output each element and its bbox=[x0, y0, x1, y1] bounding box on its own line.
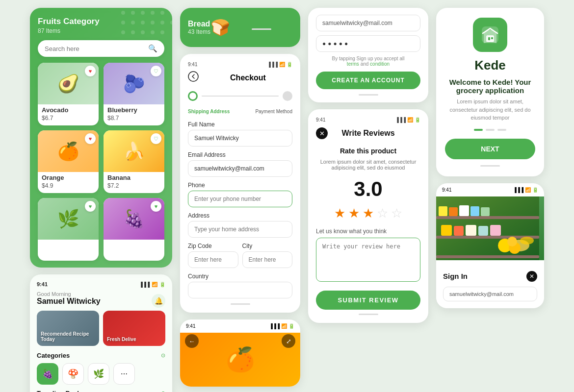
fruit-item-orange[interactable]: 🍊 ♥ Orange $4.9 bbox=[38, 130, 99, 193]
fruit-price-avocado: $6.7 bbox=[38, 114, 99, 125]
star-4[interactable]: ☆ bbox=[377, 206, 388, 221]
fruit-item-banana[interactable]: 🍌 ♡ Banana $7.2 bbox=[104, 130, 164, 193]
city-label: City bbox=[242, 243, 293, 249]
checkout-signal: ▐▐▐ bbox=[267, 62, 278, 67]
svg-rect-40 bbox=[466, 225, 476, 236]
dot-2 bbox=[486, 129, 495, 131]
fruit-item-blueberry[interactable]: 🫐 ♡ Blueberry $8.7 bbox=[104, 63, 164, 125]
promo-label-recipe: Recomended Recipe Today bbox=[41, 331, 95, 342]
back-button[interactable] bbox=[188, 71, 199, 84]
review-status-icons: ▐▐▐ 📶 🔋 bbox=[395, 117, 420, 122]
category-icon-mushroom[interactable]: 🍄 bbox=[62, 363, 84, 385]
orange-signal: ▐▐▐ bbox=[269, 323, 280, 329]
checkout-card: 9:41 ▐▐▐ 📶 🔋 Checkout Shipping Address bbox=[180, 54, 300, 313]
scroll-indicator-checkout bbox=[231, 303, 250, 305]
address-input[interactable] bbox=[188, 221, 292, 238]
see-all-button[interactable]: ⊙ bbox=[161, 352, 165, 359]
scroll-indicator bbox=[252, 28, 271, 30]
heart-filled-icon-4: ♥ bbox=[155, 203, 158, 209]
full-name-group: Full Name bbox=[188, 121, 292, 147]
fruit-grid: 🥑 ♥ Avocado $6.7 🫐 ♡ Blueberry $8.7 🍊 ♥ … bbox=[38, 63, 164, 268]
star-2[interactable]: ★ bbox=[348, 206, 360, 221]
fruit-item-grape[interactable]: 🍇 ♥ Grape $5.8 bbox=[104, 198, 164, 261]
condition-link[interactable]: condition bbox=[370, 61, 390, 67]
fruits-category-card: Fruits Category 87 Items 🔍 🥑 ♥ Avocado $… bbox=[30, 8, 172, 268]
svg-point-9 bbox=[151, 11, 155, 15]
categories-row: Categories ⊙ bbox=[37, 352, 165, 359]
scroll-indicator-kede bbox=[480, 165, 500, 167]
review-textarea[interactable] bbox=[316, 238, 420, 282]
fruit-item-avocado[interactable]: 🥑 ♥ Avocado $6.7 bbox=[38, 63, 99, 125]
heart-button-grape[interactable]: ♥ bbox=[151, 201, 161, 212]
status-icons: ▐▐▐ 📶 🔋 bbox=[139, 282, 165, 287]
orange-back-button[interactable]: ← bbox=[185, 334, 199, 348]
svg-point-8 bbox=[141, 11, 145, 15]
submit-review-button[interactable]: SUBMIT REVIEW bbox=[316, 291, 420, 310]
svg-point-23 bbox=[188, 72, 198, 81]
country-label: Country bbox=[188, 273, 292, 280]
signin-header: Sign In ✕ bbox=[443, 271, 537, 282]
progress-line bbox=[202, 96, 279, 97]
bread-icon: 🍞 bbox=[210, 18, 230, 37]
wifi-icon: 📶 bbox=[152, 282, 157, 287]
heart-button-avocado[interactable]: ♥ bbox=[85, 66, 96, 76]
heart-filled-icon-3: ♥ bbox=[89, 203, 92, 209]
category-icon-grape[interactable]: 🍇 bbox=[37, 363, 58, 385]
notification-button[interactable]: 🔔 bbox=[152, 294, 165, 308]
zip-input[interactable] bbox=[188, 251, 238, 268]
svg-point-19 bbox=[131, 30, 135, 34]
review-battery: 🔋 bbox=[415, 117, 420, 122]
star-1[interactable]: ★ bbox=[334, 206, 345, 221]
checkout-header: Checkout bbox=[188, 71, 292, 84]
orange-status-bar: 9:41 ▐▐▐ 📶 🔋 bbox=[180, 319, 300, 333]
phone-group: Phone bbox=[188, 182, 292, 207]
next-button[interactable]: NEXT bbox=[445, 139, 535, 159]
fruit-item-herb[interactable]: 🌿 ♥ Herb $3.5 bbox=[38, 198, 99, 261]
orange-time: 9:41 bbox=[186, 323, 195, 329]
signin-close-button[interactable]: ✕ bbox=[526, 271, 537, 282]
kede-description: Lorem ipsum dolor sit amet, consectetur … bbox=[445, 98, 535, 122]
category-icon-more[interactable]: ⋯ bbox=[113, 363, 135, 385]
signal-icon: ▐▐▐ bbox=[139, 282, 150, 287]
full-name-input[interactable] bbox=[188, 130, 292, 147]
city-input[interactable] bbox=[242, 251, 293, 268]
bread-count: 43 Items bbox=[188, 28, 210, 35]
orange-share-button[interactable]: ⤢ bbox=[282, 334, 295, 348]
address-label: Address bbox=[188, 212, 292, 219]
create-account-button[interactable]: CREATE AN ACCOUNT bbox=[316, 72, 420, 89]
phone-input[interactable] bbox=[188, 191, 292, 207]
heart-button-blueberry[interactable]: ♡ bbox=[151, 66, 161, 76]
signup-card: samuelwitwicky@mail.com ●●●●● By tapping… bbox=[308, 8, 428, 102]
review-time: 9:41 bbox=[316, 117, 325, 122]
star-3[interactable]: ★ bbox=[363, 206, 374, 221]
heart-button-orange[interactable]: ♥ bbox=[85, 133, 96, 144]
email-input[interactable] bbox=[188, 160, 292, 177]
heart-outline-icon-2: ♡ bbox=[154, 136, 158, 142]
heart-button-banana[interactable]: ♡ bbox=[151, 133, 161, 144]
promo-row: Recomended Recipe Today Fresh Delive bbox=[37, 311, 165, 346]
promo-card-fresh[interactable]: Fresh Delive bbox=[103, 311, 165, 346]
fruit-name-avocado: Avocado bbox=[38, 104, 99, 114]
signup-email-display: samuelwitwicky@mail.com bbox=[316, 15, 420, 31]
star-5[interactable]: ☆ bbox=[391, 206, 402, 221]
trending-see-all[interactable]: ⊙ bbox=[161, 390, 165, 392]
promo-card-recipe[interactable]: Recomended Recipe Today bbox=[37, 311, 99, 346]
fruit-name-blueberry: Blueberry bbox=[104, 104, 164, 114]
category-icon-leaf[interactable]: 🌿 bbox=[88, 363, 109, 385]
review-close-button[interactable]: ✕ bbox=[316, 127, 328, 139]
svg-point-17 bbox=[170, 21, 172, 24]
progress-step2-circle bbox=[283, 91, 292, 101]
orange-battery: 🔋 bbox=[288, 323, 294, 329]
category-icons-row: 🍇 🍄 🌿 ⋯ bbox=[37, 363, 165, 385]
grocery-store-image bbox=[436, 196, 544, 260]
svg-point-44 bbox=[520, 237, 534, 245]
scroll-indicator-review bbox=[359, 314, 378, 315]
terms-link[interactable]: terms bbox=[347, 61, 359, 67]
country-input[interactable] bbox=[188, 282, 292, 298]
orange-product-card: 9:41 ▐▐▐ 📶 🔋 🍊 ← ⤢ bbox=[180, 319, 300, 387]
heart-button-herb[interactable]: ♥ bbox=[85, 201, 96, 212]
fruit-name-banana: Banana bbox=[104, 172, 164, 181]
rate-title: Rate this product bbox=[316, 147, 420, 155]
full-name-label: Full Name bbox=[188, 121, 292, 128]
svg-point-14 bbox=[141, 21, 145, 24]
